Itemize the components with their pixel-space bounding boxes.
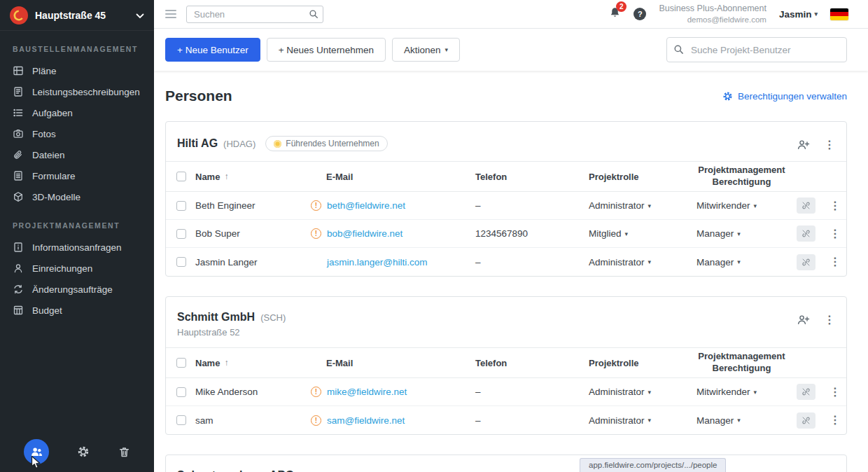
nav-section: BAUSTELLENMANAGEMENT Pläne Leistungsbesc…: [0, 31, 154, 207]
trash-icon[interactable]: [118, 446, 130, 458]
sidebar-item-rfi[interactable]: Informationsanfragen: [0, 237, 154, 258]
table-body: Mike Anderson ! mike@fieldwire.net – Adm…: [166, 378, 846, 434]
project-user-search-input[interactable]: [666, 37, 847, 62]
table-row: Bob Super ! bob@fieldwire.net 1234567890…: [166, 220, 846, 248]
project-role-dropdown[interactable]: Administrator▾: [589, 200, 651, 211]
unlink-icon[interactable]: [797, 197, 816, 214]
row-menu-icon[interactable]: ⋮: [830, 200, 841, 211]
unlink-icon[interactable]: [797, 225, 816, 242]
sidebar-item-plans[interactable]: Pläne: [0, 60, 154, 81]
table-row: sam ! sam@fieldwire.net – Administrator▾…: [166, 406, 846, 434]
user-email-link[interactable]: mike@fieldwire.net: [327, 387, 407, 397]
sidebar-item-tasks[interactable]: Aufgaben: [0, 102, 154, 123]
select-all-checkbox[interactable]: [176, 172, 186, 181]
sidebar-item-budget[interactable]: Budget: [0, 300, 154, 321]
pm-permission-dropdown[interactable]: Mitwirkender▾: [696, 387, 757, 397]
column-name[interactable]: Name↑: [195, 172, 311, 182]
new-user-button[interactable]: + Neue Benutzer: [165, 38, 260, 62]
column-phone: Telefon: [475, 172, 589, 182]
user-phone: –: [475, 387, 589, 397]
leading-company-badge: Führendes Unternehmen: [265, 136, 387, 151]
company-address: Hauptstraße 52: [177, 327, 286, 338]
new-company-button[interactable]: + Neues Unternehmen: [267, 38, 386, 62]
row-menu-icon[interactable]: ⋮: [830, 256, 841, 268]
pm-permission-dropdown[interactable]: Manager▾: [696, 228, 741, 239]
global-search-input[interactable]: [186, 6, 323, 23]
project-role-dropdown[interactable]: Administrator▾: [589, 257, 651, 268]
user-menu[interactable]: Jasmin ▾: [779, 9, 818, 20]
row-checkbox[interactable]: [176, 415, 186, 425]
photos-icon: [13, 128, 24, 139]
company-menu-icon[interactable]: ⋮: [824, 139, 835, 151]
sidebar-item-models[interactable]: 3D-Modelle: [0, 186, 154, 207]
page-title: Personen: [165, 88, 232, 104]
sidebar: Hauptstraße 45 BAUSTELLENMANAGEMENT Plän…: [0, 0, 154, 472]
row-menu-icon[interactable]: ⋮: [830, 228, 841, 240]
german-flag-icon[interactable]: [830, 8, 848, 20]
column-email: E-Mail: [311, 172, 475, 182]
sidebar-item-forms[interactable]: Formulare: [0, 165, 154, 186]
topbar: 2 ? Business Plus-Abonnement demos@field…: [154, 0, 868, 29]
company-code: (HDAG): [223, 139, 255, 149]
user-email-link[interactable]: sam@fieldwire.net: [327, 415, 405, 426]
notifications-bell-icon[interactable]: 2: [609, 6, 621, 22]
caret-down-icon: ▾: [625, 230, 629, 237]
user-email-link[interactable]: jasmin.langer@hilti.com: [327, 257, 428, 268]
help-icon[interactable]: ?: [634, 8, 646, 20]
sidebar-item-files[interactable]: Dateien: [0, 144, 154, 165]
user-name: Bob Super: [195, 228, 311, 239]
project-role-dropdown[interactable]: Administrator▾: [589, 415, 651, 426]
row-checkbox[interactable]: [176, 257, 186, 267]
manage-permissions-link[interactable]: Berechtigungen verwalten: [722, 91, 847, 102]
nav-list: Pläne Leistungsbeschreibungen Aufgaben F…: [0, 60, 154, 207]
browser-status-url: app.fieldwire.com/projects/.../people: [580, 458, 726, 472]
project-role-dropdown[interactable]: Mitglied▾: [589, 228, 628, 239]
row-checkbox[interactable]: [176, 201, 186, 211]
account-info: Business Plus-Abonnement demos@fieldwire…: [659, 4, 766, 25]
chevron-down-icon: [136, 9, 144, 22]
pm-permission-dropdown[interactable]: Manager▾: [696, 415, 741, 426]
sidebar-nav: BAUSTELLENMANAGEMENT Pläne Leistungsbesc…: [0, 31, 154, 321]
user-email-link[interactable]: bob@fieldwire.net: [327, 228, 402, 239]
sidebar-item-photos[interactable]: Fotos: [0, 123, 154, 144]
sidebar-item-specifications[interactable]: Leistungsbeschreibungen: [0, 81, 154, 102]
pm-permission-dropdown[interactable]: Mitwirkender▾: [696, 200, 757, 211]
unlink-icon[interactable]: [797, 412, 816, 429]
gear-icon[interactable]: [77, 445, 90, 458]
company-card: Schmitt GmbH (SCH) Hauptstraße 52 ⋮ Name…: [165, 296, 847, 435]
budget-icon: [13, 305, 24, 316]
column-email: E-Mail: [311, 358, 475, 368]
company-list: Hilti AG (HDAG) Führendes Unternehmen ⋮ …: [165, 121, 847, 472]
actions-dropdown-button[interactable]: Aktionen ▾: [392, 38, 460, 62]
row-checkbox[interactable]: [176, 229, 186, 239]
plans-icon: [13, 65, 24, 76]
column-name[interactable]: Name↑: [195, 358, 311, 368]
menu-icon[interactable]: [165, 10, 176, 18]
add-person-icon[interactable]: [797, 139, 810, 151]
company-menu-icon[interactable]: ⋮: [824, 314, 835, 326]
sidebar-item-change-orders[interactable]: Änderungsaufträge: [0, 279, 154, 300]
sort-asc-icon: ↑: [224, 358, 228, 368]
sidebar-item-submittals[interactable]: Einreichungen: [0, 258, 154, 279]
unlink-icon[interactable]: [797, 384, 816, 400]
column-role: Projektrolle: [589, 172, 687, 182]
user-email-link[interactable]: beth@fieldwire.net: [327, 200, 405, 211]
pm-permission-dropdown[interactable]: Manager▾: [696, 257, 741, 268]
company-name: Schmitt GmbH: [177, 311, 255, 324]
subscription-label: Business Plus-Abonnement: [659, 4, 766, 15]
select-all-checkbox[interactable]: [176, 358, 186, 368]
row-menu-icon[interactable]: ⋮: [830, 415, 841, 426]
unlink-icon[interactable]: [797, 254, 816, 270]
company-card: Subunternehmer ABC (ABC) ⋮: [165, 454, 847, 472]
project-switcher[interactable]: Hauptstraße 45: [0, 0, 154, 31]
add-person-icon[interactable]: [797, 314, 810, 326]
sort-asc-icon: ↑: [224, 172, 228, 181]
tasks-icon: [13, 107, 24, 118]
gear-icon: [722, 91, 733, 102]
change-orders-icon: [13, 284, 24, 295]
people-icon[interactable]: [24, 439, 49, 464]
warning-icon: !: [311, 228, 321, 239]
row-checkbox[interactable]: [176, 387, 186, 397]
project-role-dropdown[interactable]: Administrator▾: [589, 387, 651, 397]
row-menu-icon[interactable]: ⋮: [830, 387, 841, 398]
